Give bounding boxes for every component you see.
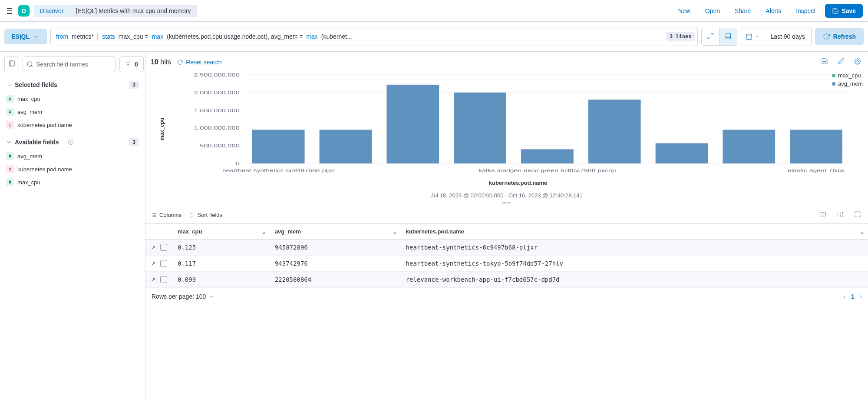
svg-line-1 [708,37,710,39]
date-range-label[interactable]: Last 90 days [764,33,811,40]
field-item[interactable]: tkubernetes.pod.name [4,163,141,176]
share-button[interactable]: Share [729,5,756,17]
save-button[interactable]: Save [825,4,863,18]
field-filter-button[interactable]: 0 [119,56,144,72]
chevron-down-icon[interactable]: ⌄ [261,228,266,235]
svg-rect-44 [820,213,825,216]
panel-icon [8,60,15,67]
svg-rect-34 [790,130,842,163]
legend-item-avg-mem[interactable]: avg_mem [832,80,863,87]
alerts-button[interactable]: Alerts [760,5,786,17]
refresh-icon [823,33,830,40]
field-item[interactable]: tkubernetes.pod.name [4,118,141,131]
chart-date-range: Jul 18, 2023 @ 00:00:00.000 - Oct 16, 20… [145,192,868,199]
sidebar-toggle-button[interactable] [4,56,19,72]
field-item[interactable]: #max_cpu [4,92,141,105]
menu-icon[interactable] [5,4,14,17]
save-icon [832,7,839,14]
expand-icon [707,33,714,40]
keyboard-shortcuts-button[interactable] [818,209,828,221]
results-panel: 10 hits Reset search max_cpu 0500,000,00… [145,52,868,403]
pager: ‹ 1 › [844,293,862,300]
prev-page-button[interactable]: ‹ [844,293,846,300]
chevron-down-icon [6,82,12,88]
current-page[interactable]: 1 [851,293,855,300]
expand-query-button[interactable] [702,28,719,45]
columns-button[interactable]: Columns [151,212,182,218]
number-type-icon: # [6,152,14,160]
query-input[interactable]: from metrics* | stats max_cpu = max(kube… [50,27,698,46]
svg-text:0: 0 [236,161,240,167]
expand-row-icon[interactable]: ↗ [151,244,156,251]
svg-text:2,500,000,000: 2,500,000,000 [194,72,240,77]
row-checkbox[interactable] [160,276,167,283]
query-help-button[interactable] [719,28,737,45]
svg-rect-26 [252,130,305,163]
field-search[interactable] [23,56,116,72]
gear-icon [854,58,861,65]
query-mode-button[interactable]: ES|QL [4,29,47,44]
col-avg-mem[interactable]: avg_mem⌄ [270,224,401,240]
svg-text:2,000,000,000: 2,000,000,000 [194,90,240,96]
query-bar: ES|QL from metrics* | stats max_cpu = ma… [0,22,868,52]
field-name: avg_mem [17,109,42,115]
svg-line-9 [31,66,33,67]
cell: 943742976 [270,256,401,272]
calendar-icon[interactable] [741,27,764,46]
svg-rect-31 [588,100,641,163]
row-checkbox[interactable] [160,260,167,267]
sort-button[interactable]: Sort fields [188,212,222,218]
open-button[interactable]: Open [700,5,725,17]
reset-search-button[interactable]: Reset search [177,59,221,66]
table-row[interactable]: ↗0.125945872896heartbeat-synthetics-6c94… [145,240,868,256]
field-search-input[interactable] [36,61,112,68]
available-fields-header[interactable]: Available fields i 3 [4,135,141,150]
selected-fields-header[interactable]: Selected fields 3 [4,77,141,92]
rows-per-page-button[interactable]: Rows per page: 100 [152,293,215,300]
refresh-button[interactable]: Refresh [815,28,864,45]
pencil-icon [838,58,845,65]
chart-legend: max_cpu avg_mem [832,72,863,89]
fullscreen-button[interactable] [852,209,863,221]
field-item[interactable]: #avg_mem [4,105,141,118]
next-page-button[interactable]: › [860,293,862,300]
hit-count: 10 hits [151,58,171,66]
query-lines-badge: 3 lines [666,32,695,41]
chart-settings-button[interactable] [852,56,863,68]
inspect-button[interactable]: Inspect [791,5,821,17]
table-footer: Rows per page: 100 ‹ 1 › [145,288,868,305]
chevron-down-icon[interactable]: ⌄ [393,228,397,235]
row-checkbox[interactable] [160,244,167,251]
display-options-button[interactable] [835,209,845,221]
cell: heartbeat-synthetics-6c9497b68-pljxr [401,240,868,256]
col-max-cpu[interactable]: max_cpu⌄ [172,224,270,240]
expand-row-icon[interactable]: ↗ [151,260,156,267]
sort-icon [188,212,195,218]
results-table: max_cpu⌄ avg_mem⌄ kubernetes.pod.name⌄ ↗… [145,223,868,288]
chart-save-button[interactable] [819,56,830,68]
chart-edit-button[interactable] [836,56,846,68]
svg-text:kafka-loadgen-deco-green-5cf8c: kafka-loadgen-deco-green-5cf8cc7988-pxcn… [479,168,616,173]
new-button[interactable]: New [673,5,696,17]
text-type-icon: t [6,121,14,129]
cell: 2220580864 [270,272,401,288]
table-row[interactable]: ↗0.0992220580864relevance-workbench-app-… [145,272,868,288]
app-logo[interactable]: D [18,5,30,17]
field-name: kubernetes.pod.name [17,166,72,173]
svg-text:1,000,000,000: 1,000,000,000 [194,125,240,131]
field-item[interactable]: #avg_mem [4,150,141,163]
table-row[interactable]: ↗0.117943742976heartbeat-synthetics-toky… [145,256,868,272]
legend-item-max-cpu[interactable]: max_cpu [832,72,863,79]
expand-row-icon[interactable]: ↗ [151,276,156,283]
date-picker[interactable]: Last 90 days [741,27,811,46]
breadcrumb-discover[interactable]: Discover [34,5,69,17]
chart-resizer[interactable]: ══ [145,199,868,206]
number-type-icon: # [6,95,14,103]
info-icon[interactable]: i [68,140,73,145]
chart-plot[interactable]: 0500,000,0001,000,000,0001,500,000,0002,… [173,72,863,177]
col-pod-name[interactable]: kubernetes.pod.name⌄ [401,224,868,240]
chevron-down-icon[interactable]: ⌄ [860,228,865,235]
field-item[interactable]: #max_cpu [4,176,141,189]
svg-rect-33 [723,130,775,163]
fullscreen-icon [854,211,861,218]
